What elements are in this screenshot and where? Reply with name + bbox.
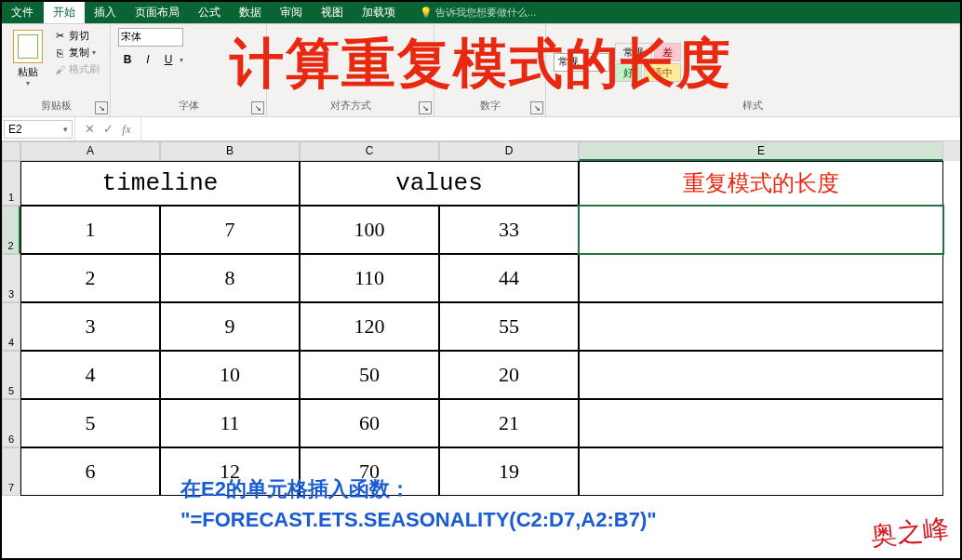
cell-B2[interactable]: 7 xyxy=(160,206,300,254)
cell-A6[interactable]: 5 xyxy=(20,399,160,447)
style-good[interactable]: 好 xyxy=(615,63,642,82)
row-header-3[interactable]: 3 xyxy=(2,254,20,302)
row-header-6[interactable]: 6 xyxy=(2,399,20,447)
name-box-dropdown-icon[interactable]: ▾ xyxy=(63,125,68,134)
cell-D3[interactable]: 44 xyxy=(439,254,579,302)
cell-C1-merged[interactable]: values xyxy=(300,161,579,206)
cell-A2[interactable]: 1 xyxy=(20,206,160,254)
cell-E1[interactable]: 重复模式的长度 xyxy=(579,161,943,206)
cell-D2[interactable]: 33 xyxy=(439,206,579,254)
cell-C2[interactable]: 100 xyxy=(300,206,439,254)
cell-A5[interactable]: 4 xyxy=(20,351,160,399)
row-header-7[interactable]: 7 xyxy=(2,447,20,496)
style-normal[interactable]: 常规 xyxy=(615,43,652,61)
cell-A7[interactable]: 6 xyxy=(20,447,160,496)
cell-B5[interactable]: 10 xyxy=(160,351,300,399)
tab-review[interactable]: 审阅 xyxy=(271,2,312,23)
cell-A4[interactable]: 3 xyxy=(20,302,160,351)
cell-D5[interactable]: 20 xyxy=(439,351,579,399)
alignment-dialog-launcher[interactable]: ↘ xyxy=(419,101,432,114)
tab-formulas[interactable]: 公式 xyxy=(189,2,230,23)
cell-C5[interactable]: 50 xyxy=(300,351,439,399)
cell-B4[interactable]: 9 xyxy=(160,302,300,351)
column-header-E[interactable]: E xyxy=(579,141,943,161)
enter-formula-button[interactable]: ✓ xyxy=(100,121,116,138)
ribbon-group-number: 数字 ↘ xyxy=(434,24,546,116)
formula-input[interactable] xyxy=(141,127,960,131)
row-header-1[interactable]: 1 xyxy=(2,161,20,206)
tab-addins[interactable]: 加载项 xyxy=(353,2,405,23)
cell-C3[interactable]: 110 xyxy=(300,254,439,302)
column-header-B[interactable]: B xyxy=(160,141,300,161)
cell-A1-merged[interactable]: timeline xyxy=(20,161,300,206)
cell-E7[interactable] xyxy=(579,447,943,496)
cell-E4[interactable] xyxy=(579,302,943,351)
cell-B7[interactable]: 12 xyxy=(160,447,300,496)
number-format-select[interactable]: 常规 xyxy=(554,53,609,72)
copy-button[interactable]: ⎘ 复制 ▾ xyxy=(50,45,102,60)
cell-E5[interactable] xyxy=(579,351,943,399)
tell-me-search[interactable]: 💡 告诉我您想要做什么... xyxy=(405,6,536,20)
ribbon-group-styles: 常规 常规 差 好 适中 样式 xyxy=(546,24,960,116)
cell-D7[interactable]: 19 xyxy=(439,447,579,496)
tab-data[interactable]: 数据 xyxy=(230,2,271,23)
tab-insert[interactable]: 插入 xyxy=(85,2,126,23)
cut-button[interactable]: ✂ 剪切 xyxy=(50,28,102,44)
name-box[interactable]: E2 ▾ xyxy=(4,120,73,139)
lightbulb-icon: 💡 xyxy=(420,7,433,18)
scissors-icon: ✂ xyxy=(53,30,66,43)
cell-C7[interactable]: 70 xyxy=(300,447,439,496)
cancel-formula-button[interactable]: ✕ xyxy=(81,121,98,138)
column-header-C[interactable]: C xyxy=(300,141,439,161)
tab-view[interactable]: 视图 xyxy=(312,2,353,23)
paste-button[interactable]: 粘贴 ▾ xyxy=(9,28,47,89)
cell-B6[interactable]: 11 xyxy=(160,399,300,447)
number-dialog-launcher[interactable]: ↘ xyxy=(530,101,543,114)
select-all-button[interactable] xyxy=(2,141,20,161)
underline-button[interactable]: U xyxy=(159,50,178,69)
ribbon-group-alignment: 对齐方式 ↘ xyxy=(267,24,434,116)
column-header-D[interactable]: D xyxy=(439,141,579,161)
ribbon-group-font: 宋体 B I U ▾ 字体 ↘ xyxy=(111,24,267,116)
cell-C4[interactable]: 120 xyxy=(300,302,439,351)
ribbon-group-clipboard: 粘贴 ▾ ✂ 剪切 ⎘ 复制 ▾ 🖌 格式刷 剪贴板 ↘ xyxy=(2,24,111,116)
cell-E6[interactable] xyxy=(579,399,943,447)
row-header-2[interactable]: 2 xyxy=(2,206,20,254)
clipboard-dialog-launcher[interactable]: ↘ xyxy=(95,101,108,114)
format-painter-button[interactable]: 🖌 格式刷 xyxy=(50,61,102,77)
cell-C6[interactable]: 60 xyxy=(300,399,439,447)
copy-icon: ⎘ xyxy=(53,47,66,60)
paste-icon xyxy=(13,30,43,63)
italic-button[interactable]: I xyxy=(139,50,157,69)
font-name-select[interactable]: 宋体 xyxy=(118,28,183,47)
style-bad[interactable]: 差 xyxy=(654,43,681,61)
format-painter-icon: 🖌 xyxy=(53,63,66,76)
column-header-A[interactable]: A xyxy=(20,141,160,161)
cell-D4[interactable]: 55 xyxy=(439,302,579,351)
cell-D6[interactable]: 21 xyxy=(439,399,579,447)
insert-function-button[interactable]: fx xyxy=(118,121,135,138)
cell-A3[interactable]: 2 xyxy=(20,254,160,302)
row-header-5[interactable]: 5 xyxy=(2,351,20,399)
row-header-4[interactable]: 4 xyxy=(2,302,20,351)
cell-E3[interactable] xyxy=(579,254,943,302)
cell-B3[interactable]: 8 xyxy=(160,254,300,302)
font-dialog-launcher[interactable]: ↘ xyxy=(251,101,264,114)
tab-home[interactable]: 开始 xyxy=(44,2,85,23)
tab-page-layout[interactable]: 页面布局 xyxy=(126,2,189,23)
tab-file[interactable]: 文件 xyxy=(2,2,44,23)
cell-E2[interactable] xyxy=(579,206,943,254)
style-neutral[interactable]: 适中 xyxy=(644,63,681,82)
bold-button[interactable]: B xyxy=(118,50,137,69)
